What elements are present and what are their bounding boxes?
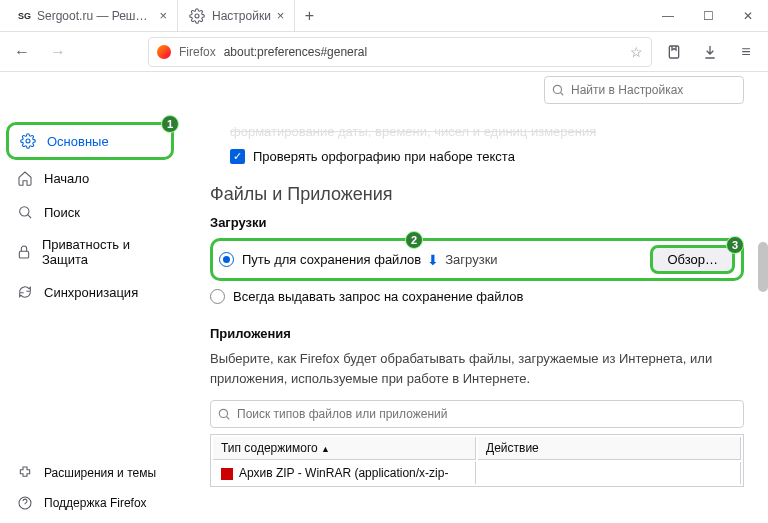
app-menu-button[interactable]: ≡ <box>732 38 760 66</box>
gear-icon <box>188 7 206 25</box>
sidebar-item-label: Поддержка Firefox <box>44 496 147 510</box>
window-controls: — ☐ ✕ <box>648 0 768 32</box>
download-path-row: Путь для сохранения файлов 2 ⬇ Загрузки … <box>210 238 744 281</box>
tab-strip: SG Sergoot.ru — Решение ваши... × Настро… <box>0 0 648 31</box>
download-folder-label: Загрузки <box>445 252 497 267</box>
help-icon <box>16 494 34 512</box>
settings-search-input[interactable] <box>544 76 744 104</box>
applications-table: Тип содержимого ▲ Действие Архив ZIP - W… <box>210 434 744 487</box>
checkbox-checked-icon[interactable]: ✓ <box>230 149 245 164</box>
radio-selected-icon[interactable] <box>219 252 234 267</box>
download-arrow-icon: ⬇ <box>427 252 439 268</box>
sidebar-item-search[interactable]: Поиск <box>6 196 174 228</box>
radio-unselected-icon[interactable] <box>210 289 225 304</box>
downloads-button[interactable] <box>696 38 724 66</box>
radio-save-path[interactable]: Путь для сохранения файлов <box>219 252 421 267</box>
svg-point-7 <box>219 409 227 417</box>
radio-label: Путь для сохранения файлов <box>242 252 421 267</box>
svg-point-2 <box>26 139 30 143</box>
minimize-button[interactable]: — <box>648 0 688 32</box>
firefox-icon <box>157 45 171 59</box>
download-folder-display: ⬇ Загрузки <box>427 252 644 268</box>
close-icon[interactable]: × <box>277 8 285 23</box>
svg-rect-1 <box>669 46 678 58</box>
sidebar-item-extensions[interactable]: Расширения и темы <box>6 459 174 487</box>
apps-heading: Приложения <box>210 326 744 341</box>
tab-sergoot[interactable]: SG Sergoot.ru — Решение ваши... × <box>8 0 178 31</box>
gear-icon <box>19 132 37 150</box>
url-text: about:preferences#general <box>224 45 622 59</box>
tab-title: Sergoot.ru — Решение ваши... <box>37 9 153 23</box>
sidebar-item-label: Синхронизация <box>44 285 138 300</box>
home-icon <box>16 169 34 187</box>
col-action[interactable]: Действие <box>478 437 741 460</box>
apps-description: Выберите, как Firefox будет обрабатывать… <box>210 349 744 388</box>
annotation-badge-3: 3 <box>726 236 744 254</box>
url-bar[interactable]: Firefox about:preferences#general ☆ <box>148 37 652 67</box>
svg-point-6 <box>553 85 561 93</box>
close-icon[interactable]: × <box>159 8 167 23</box>
spellcheck-option[interactable]: ✓ Проверять орфографию при наборе текста <box>230 149 744 164</box>
section-heading-files: Файлы и Приложения <box>210 184 744 205</box>
radio-always-ask[interactable]: Всегда выдавать запрос на сохранение фай… <box>210 289 744 304</box>
sidebar-item-home[interactable]: Начало <box>6 162 174 194</box>
downloads-heading: Загрузки <box>210 215 744 230</box>
sidebar-item-label: Начало <box>44 171 89 186</box>
back-button[interactable]: ← <box>8 38 36 66</box>
sidebar-item-sync[interactable]: Синхронизация <box>6 276 174 308</box>
sidebar-item-privacy[interactable]: Приватность и Защита <box>6 230 174 274</box>
main-panel: форматирование даты, времени, чисел и ед… <box>180 72 768 523</box>
svg-point-3 <box>20 207 29 216</box>
sidebar-item-label: Расширения и темы <box>44 466 156 480</box>
sidebar-item-general[interactable]: Основные 1 <box>6 122 174 160</box>
annotation-badge-1: 1 <box>161 115 179 133</box>
sidebar-item-support[interactable]: Поддержка Firefox <box>6 489 174 517</box>
apps-filter-input[interactable] <box>210 400 744 428</box>
browse-button[interactable]: Обзор… 3 <box>650 245 735 274</box>
annotation-badge-2: 2 <box>405 231 423 249</box>
new-tab-button[interactable]: + <box>295 0 323 31</box>
sync-icon <box>16 283 34 301</box>
sidebar-item-label: Основные <box>47 134 109 149</box>
site-icon: SG <box>18 7 31 25</box>
lock-icon <box>16 243 32 261</box>
save-page-button[interactable] <box>660 38 688 66</box>
radio-label: Всегда выдавать запрос на сохранение фай… <box>233 289 523 304</box>
sidebar: Основные 1 Начало Поиск Приватность и За… <box>0 72 180 523</box>
settings-search[interactable] <box>544 76 744 104</box>
file-type-icon <box>221 468 233 480</box>
bookmark-star-icon[interactable]: ☆ <box>630 44 643 60</box>
truncated-option: форматирование даты, времени, чисел и ед… <box>230 124 744 139</box>
svg-rect-4 <box>19 251 28 258</box>
sidebar-item-label: Поиск <box>44 205 80 220</box>
toolbar: ← → Firefox about:preferences#general ☆ … <box>0 32 768 72</box>
table-row[interactable]: Архив ZIP - WinRAR (application/x-zip- <box>213 462 741 484</box>
col-content-type[interactable]: Тип содержимого ▲ <box>213 437 476 460</box>
tab-title: Настройки <box>212 9 271 23</box>
spellcheck-label: Проверять орфографию при наборе текста <box>253 149 515 164</box>
puzzle-icon <box>16 464 34 482</box>
identity-label: Firefox <box>179 45 216 59</box>
forward-button[interactable]: → <box>44 38 72 66</box>
sort-asc-icon: ▲ <box>321 444 330 454</box>
tab-settings[interactable]: Настройки × <box>178 0 295 31</box>
sidebar-item-label: Приватность и Защита <box>42 237 164 267</box>
close-button[interactable]: ✕ <box>728 0 768 32</box>
svg-point-0 <box>195 14 199 18</box>
search-icon <box>551 83 565 100</box>
search-icon <box>217 407 231 424</box>
search-icon <box>16 203 34 221</box>
titlebar: SG Sergoot.ru — Решение ваши... × Настро… <box>0 0 768 32</box>
maximize-button[interactable]: ☐ <box>688 0 728 32</box>
scrollbar-thumb[interactable] <box>758 242 768 292</box>
